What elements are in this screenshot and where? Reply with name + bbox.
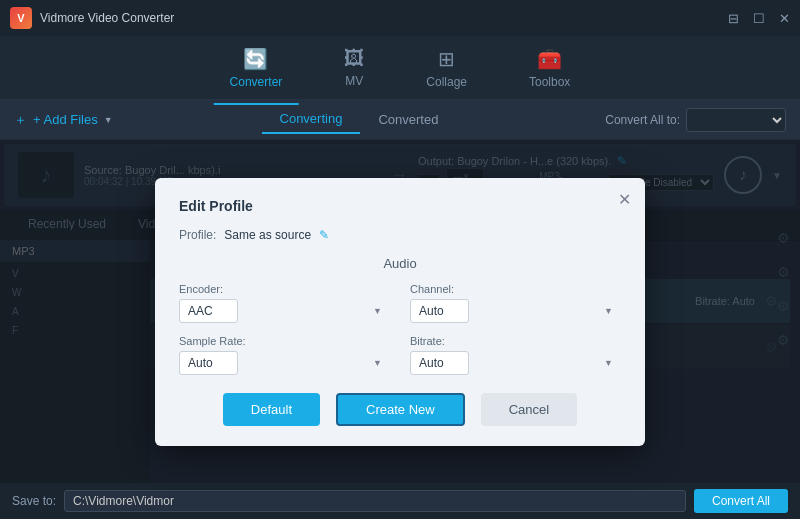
encoder-select[interactable]: AAC — [179, 299, 238, 323]
bitrate-select[interactable]: Auto — [410, 351, 469, 375]
tab-converter[interactable]: 🔄 Converter — [214, 39, 299, 97]
default-button[interactable]: Default — [223, 393, 320, 426]
app-title: Vidmore Video Converter — [40, 11, 174, 25]
plus-icon: ＋ — [14, 111, 27, 129]
toolbox-icon: 🧰 — [537, 47, 562, 71]
converting-tab[interactable]: Converting — [262, 105, 361, 134]
sample-rate-field: Sample Rate: Auto — [179, 335, 390, 375]
bitrate-field: Bitrate: Auto — [410, 335, 621, 375]
tab-mv[interactable]: 🖼 MV — [328, 39, 380, 96]
encoder-select-wrap: AAC — [179, 299, 390, 323]
profile-label: Profile: — [179, 228, 216, 242]
channel-modal-select[interactable]: Auto — [410, 299, 469, 323]
modal-actions: Default Create New Cancel — [179, 393, 621, 426]
main-content: ♪ Source: Bugoy Dril... kbps).i 00:04:32… — [0, 140, 800, 483]
collage-icon: ⊞ — [438, 47, 455, 71]
sample-rate-select-wrap: Auto — [179, 351, 390, 375]
tab-collage-label: Collage — [426, 75, 467, 89]
nav-tabs: 🔄 Converter 🖼 MV ⊞ Collage 🧰 Toolbox — [0, 36, 800, 100]
tab-mv-label: MV — [345, 74, 363, 88]
title-bar-left: V Vidmore Video Converter — [10, 7, 174, 29]
toolbar: ＋ + Add Files ▼ Converting Converted Con… — [0, 100, 800, 140]
encoder-field: Encoder: AAC — [179, 283, 390, 323]
sample-rate-label: Sample Rate: — [179, 335, 390, 347]
modal-profile-row: Profile: Same as source ✎ — [179, 228, 621, 242]
converting-tabs: Converting Converted — [262, 105, 457, 134]
modal-close-button[interactable]: ✕ — [618, 190, 631, 209]
bitrate-label: Bitrate: — [410, 335, 621, 347]
modal-section-title: Audio — [179, 256, 621, 271]
cancel-button[interactable]: Cancel — [481, 393, 577, 426]
convert-all-section: Convert All to: — [605, 108, 786, 132]
tab-converter-label: Converter — [230, 75, 283, 89]
title-bar: V Vidmore Video Converter ⊟ ☐ ✕ — [0, 0, 800, 36]
mv-icon: 🖼 — [344, 47, 364, 70]
content-area: ♪ Source: Bugoy Dril... kbps).i 00:04:32… — [0, 140, 800, 483]
window-controls: ⊟ ☐ ✕ — [728, 11, 790, 26]
convert-all-button[interactable]: Convert All — [694, 489, 788, 513]
encoder-label: Encoder: — [179, 283, 390, 295]
close-button[interactable]: ✕ — [779, 11, 790, 26]
edit-profile-modal: Edit Profile ✕ Profile: Same as source ✎… — [155, 178, 645, 446]
channel-field: Channel: Auto — [410, 283, 621, 323]
add-files-label: + Add Files — [33, 112, 98, 127]
profile-edit-icon[interactable]: ✎ — [319, 228, 329, 242]
save-to-label: Save to: — [12, 494, 56, 508]
convert-all-select[interactable] — [686, 108, 786, 132]
modal-title: Edit Profile — [179, 198, 621, 214]
modal-fields-grid: Encoder: AAC Channel: Auto — [179, 283, 621, 375]
bitrate-select-wrap: Auto — [410, 351, 621, 375]
create-new-button[interactable]: Create New — [336, 393, 465, 426]
add-files-chevron: ▼ — [104, 115, 113, 125]
tab-toolbox-label: Toolbox — [529, 75, 570, 89]
add-files-button[interactable]: ＋ + Add Files ▼ — [14, 111, 113, 129]
channel-label: Channel: — [410, 283, 621, 295]
tab-toolbox[interactable]: 🧰 Toolbox — [513, 39, 586, 97]
minimize-button[interactable]: ⊟ — [728, 11, 739, 26]
converter-icon: 🔄 — [243, 47, 268, 71]
channel-select-wrap: Auto — [410, 299, 621, 323]
sample-rate-select[interactable]: Auto — [179, 351, 238, 375]
convert-all-label: Convert All to: — [605, 113, 680, 127]
profile-value: Same as source — [224, 228, 311, 242]
maximize-button[interactable]: ☐ — [753, 11, 765, 26]
tab-collage[interactable]: ⊞ Collage — [410, 39, 483, 97]
save-path: C:\Vidmore\Vidmor — [64, 490, 686, 512]
modal-overlay: Edit Profile ✕ Profile: Same as source ✎… — [0, 140, 800, 483]
bottom-bar: Save to: C:\Vidmore\Vidmor Convert All — [0, 483, 800, 519]
converted-tab[interactable]: Converted — [360, 105, 456, 134]
app-logo: V — [10, 7, 32, 29]
